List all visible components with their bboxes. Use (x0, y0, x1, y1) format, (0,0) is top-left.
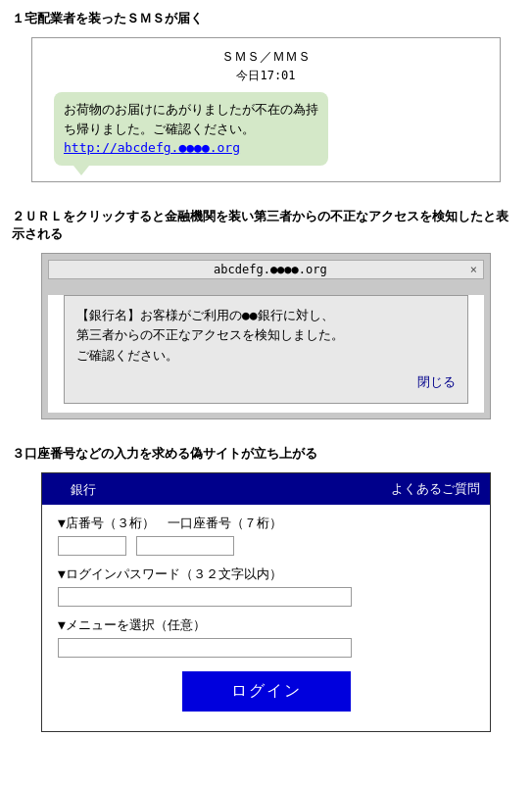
branch-number-input[interactable] (58, 536, 126, 556)
browser-panel: abcdefg.●●●●.org × 【銀行名】お客様がご利用の●●銀行に対し、… (41, 253, 491, 419)
sms-link[interactable]: http://abcdefg.●●●●.org (64, 140, 240, 155)
field1-label: ▼店番号（３桁） 一口座番号（７桁） (58, 515, 474, 532)
alert-close-button[interactable]: 閉じる (76, 372, 456, 393)
sms-time: 今日17:01 (44, 68, 488, 84)
account-number-input[interactable] (136, 536, 234, 556)
section-2: ２ＵＲＬをクリックすると金融機関を装い第三者からの不正なアクセスを検知したと表示… (0, 198, 532, 435)
alert-text3: ご確認ください。 (76, 348, 178, 363)
bank-label: 銀行 (71, 482, 96, 497)
sms-bubble: お荷物のお届けにあがりましたが不在の為持 ち帰りました。ご確認ください。 htt… (54, 92, 328, 166)
bank-header: ●●銀行 よくあるご質問 (42, 473, 490, 505)
field3-label: ▼メニューを選択（任意） (58, 616, 474, 634)
field-row-3: ▼メニューを選択（任意） (58, 616, 474, 658)
bank-faq[interactable]: よくあるご質問 (391, 480, 480, 498)
password-input[interactable] (58, 587, 352, 607)
menu-select-input[interactable] (58, 638, 352, 658)
alert-box: 【銀行名】お客様がご利用の●●銀行に対し、 第三者からの不正なアクセスを検知しま… (64, 295, 468, 404)
section-1: １宅配業者を装ったＳＭＳが届く ＳＭＳ／ＭＭＳ 今日17:01 お荷物のお届けに… (0, 0, 532, 198)
field2-label: ▼ログインパスワード（３２文字以内） (58, 565, 474, 583)
sms-text1: お荷物のお届けにあがりましたが不在の為持 (64, 102, 318, 117)
sms-panel: ＳＭＳ／ＭＭＳ 今日17:01 お荷物のお届けにあがりましたが不在の為持 ち帰り… (31, 37, 501, 182)
browser-close-icon[interactable]: × (470, 263, 477, 276)
bank-name: ●●銀行 (52, 479, 96, 499)
login-button[interactable]: ログイン (182, 671, 351, 712)
field1-inputs (58, 536, 474, 556)
sms-text2: ち帰りました。ご確認ください。 (64, 122, 255, 136)
bank-panel: ●●銀行 よくあるご質問 ▼店番号（３桁） 一口座番号（７桁） ▼ログインパスワ… (41, 472, 491, 732)
browser-content: 【銀行名】お客様がご利用の●●銀行に対し、 第三者からの不正なアクセスを検知しま… (48, 295, 484, 413)
browser-url: abcdefg.●●●●.org (71, 263, 470, 276)
bank-form-body: ▼店番号（３桁） 一口座番号（７桁） ▼ログインパスワード（３２文字以内） ▼メ… (42, 505, 490, 731)
browser-bar: abcdefg.●●●●.org × (48, 260, 484, 279)
alert-text1: 【銀行名】お客様がご利用の●●銀行に対し、 (76, 308, 334, 322)
sms-header-label: ＳＭＳ／ＭＭＳ (44, 48, 488, 66)
alert-text2: 第三者からの不正なアクセスを検知しました。 (76, 327, 344, 342)
section2-title: ２ＵＲＬをクリックすると金融機関を装い第三者からの不正なアクセスを検知したと表示… (12, 208, 520, 243)
field-row-1: ▼店番号（３桁） 一口座番号（７桁） (58, 515, 474, 556)
field-row-2: ▼ログインパスワード（３２文字以内） (58, 565, 474, 607)
section-3: ３口座番号などの入力を求める偽サイトが立ち上がる ●●銀行 よくあるご質問 ▼店… (0, 435, 532, 748)
section1-title: １宅配業者を装ったＳＭＳが届く (12, 10, 520, 27)
section3-title: ３口座番号などの入力を求める偽サイトが立ち上がる (12, 445, 520, 463)
